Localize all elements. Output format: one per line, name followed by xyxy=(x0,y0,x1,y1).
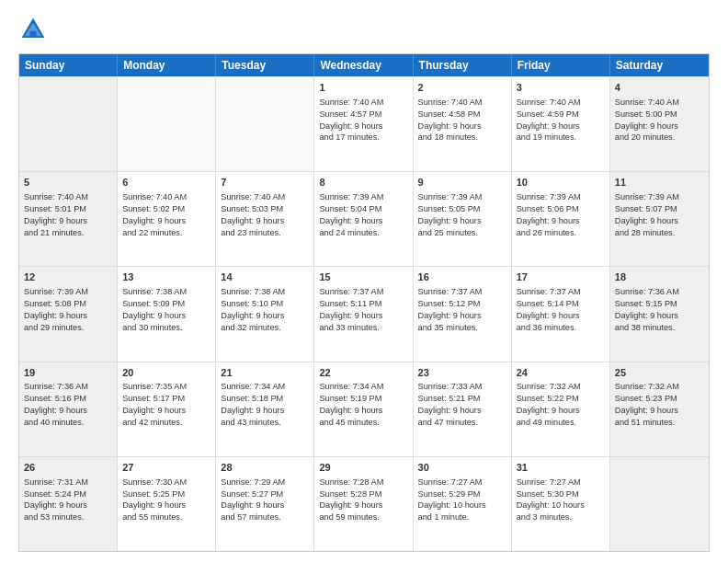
week-row-5: 26Sunrise: 7:31 AM Sunset: 5:24 PM Dayli… xyxy=(19,456,709,551)
day-info: Sunrise: 7:35 AM Sunset: 5:17 PM Dayligh… xyxy=(122,381,210,429)
logo-icon xyxy=(18,15,48,44)
page: SundayMondayTuesdayWednesdayThursdayFrid… xyxy=(0,0,728,563)
calendar-body: 1Sunrise: 7:40 AM Sunset: 4:57 PM Daylig… xyxy=(19,76,709,551)
day-info: Sunrise: 7:27 AM Sunset: 5:29 PM Dayligh… xyxy=(418,477,506,524)
calendar-day-31[interactable]: 31Sunrise: 7:27 AM Sunset: 5:30 PM Dayli… xyxy=(512,457,610,551)
day-number: 25 xyxy=(615,366,704,380)
header xyxy=(18,15,710,44)
week-row-1: 1Sunrise: 7:40 AM Sunset: 4:57 PM Daylig… xyxy=(19,76,709,171)
calendar-day-empty xyxy=(118,77,216,171)
calendar-day-16[interactable]: 16Sunrise: 7:37 AM Sunset: 5:12 PM Dayli… xyxy=(414,267,512,361)
day-number: 20 xyxy=(122,366,210,380)
day-number: 12 xyxy=(24,270,112,284)
day-info: Sunrise: 7:40 AM Sunset: 4:59 PM Dayligh… xyxy=(517,97,605,144)
day-number: 19 xyxy=(24,366,112,380)
day-number: 17 xyxy=(517,270,605,284)
weekday-header-friday: Friday xyxy=(512,54,610,76)
day-number: 7 xyxy=(221,176,309,190)
day-info: Sunrise: 7:39 AM Sunset: 5:07 PM Dayligh… xyxy=(615,191,704,239)
calendar-day-20[interactable]: 20Sunrise: 7:35 AM Sunset: 5:17 PM Dayli… xyxy=(118,362,216,456)
weekday-header-tuesday: Tuesday xyxy=(216,54,314,76)
day-info: Sunrise: 7:40 AM Sunset: 4:58 PM Dayligh… xyxy=(418,97,506,144)
weekday-header-sunday: Sunday xyxy=(19,54,118,76)
calendar-day-2[interactable]: 2Sunrise: 7:40 AM Sunset: 4:58 PM Daylig… xyxy=(414,77,512,171)
day-number: 11 xyxy=(615,176,704,190)
day-info: Sunrise: 7:40 AM Sunset: 5:01 PM Dayligh… xyxy=(24,191,112,239)
day-info: Sunrise: 7:39 AM Sunset: 5:06 PM Dayligh… xyxy=(517,191,605,239)
calendar-day-27[interactable]: 27Sunrise: 7:30 AM Sunset: 5:25 PM Dayli… xyxy=(118,457,216,551)
day-number: 29 xyxy=(319,461,407,475)
calendar-day-15[interactable]: 15Sunrise: 7:37 AM Sunset: 5:11 PM Dayli… xyxy=(314,267,413,361)
day-number: 27 xyxy=(122,461,210,475)
calendar-day-10[interactable]: 10Sunrise: 7:39 AM Sunset: 5:06 PM Dayli… xyxy=(512,172,610,266)
day-info: Sunrise: 7:30 AM Sunset: 5:25 PM Dayligh… xyxy=(122,477,210,524)
calendar-day-4[interactable]: 4Sunrise: 7:40 AM Sunset: 5:00 PM Daylig… xyxy=(610,77,709,171)
day-info: Sunrise: 7:29 AM Sunset: 5:27 PM Dayligh… xyxy=(221,477,309,524)
day-number: 24 xyxy=(517,366,605,380)
week-row-2: 5Sunrise: 7:40 AM Sunset: 5:01 PM Daylig… xyxy=(19,171,709,266)
calendar-day-6[interactable]: 6Sunrise: 7:40 AM Sunset: 5:02 PM Daylig… xyxy=(118,172,216,266)
weekday-header-wednesday: Wednesday xyxy=(314,54,413,76)
day-number: 5 xyxy=(24,176,112,190)
day-number: 14 xyxy=(221,270,309,284)
calendar-day-26[interactable]: 26Sunrise: 7:31 AM Sunset: 5:24 PM Dayli… xyxy=(19,457,118,551)
calendar-day-28[interactable]: 28Sunrise: 7:29 AM Sunset: 5:27 PM Dayli… xyxy=(216,457,314,551)
calendar-day-21[interactable]: 21Sunrise: 7:34 AM Sunset: 5:18 PM Dayli… xyxy=(216,362,314,456)
calendar-day-25[interactable]: 25Sunrise: 7:32 AM Sunset: 5:23 PM Dayli… xyxy=(610,362,709,456)
calendar-day-3[interactable]: 3Sunrise: 7:40 AM Sunset: 4:59 PM Daylig… xyxy=(512,77,610,171)
calendar-day-empty xyxy=(19,77,118,171)
day-info: Sunrise: 7:27 AM Sunset: 5:30 PM Dayligh… xyxy=(517,477,605,524)
day-info: Sunrise: 7:28 AM Sunset: 5:28 PM Dayligh… xyxy=(319,477,407,524)
day-number: 16 xyxy=(418,270,506,284)
calendar-day-7[interactable]: 7Sunrise: 7:40 AM Sunset: 5:03 PM Daylig… xyxy=(216,172,314,266)
weekday-header-thursday: Thursday xyxy=(414,54,512,76)
day-info: Sunrise: 7:34 AM Sunset: 5:19 PM Dayligh… xyxy=(319,381,407,429)
day-number: 31 xyxy=(517,461,605,475)
calendar-day-empty xyxy=(216,77,314,171)
day-number: 8 xyxy=(319,176,407,190)
calendar-day-30[interactable]: 30Sunrise: 7:27 AM Sunset: 5:29 PM Dayli… xyxy=(414,457,512,551)
calendar-day-14[interactable]: 14Sunrise: 7:38 AM Sunset: 5:10 PM Dayli… xyxy=(216,267,314,361)
day-number: 21 xyxy=(221,366,309,380)
calendar-day-19[interactable]: 19Sunrise: 7:36 AM Sunset: 5:16 PM Dayli… xyxy=(19,362,118,456)
logo xyxy=(18,15,51,44)
day-number: 23 xyxy=(418,366,506,380)
day-info: Sunrise: 7:31 AM Sunset: 5:24 PM Dayligh… xyxy=(24,477,112,524)
weekday-header-monday: Monday xyxy=(118,54,216,76)
calendar-day-9[interactable]: 9Sunrise: 7:39 AM Sunset: 5:05 PM Daylig… xyxy=(414,172,512,266)
day-number: 9 xyxy=(418,176,506,190)
day-info: Sunrise: 7:32 AM Sunset: 5:22 PM Dayligh… xyxy=(517,381,605,429)
day-info: Sunrise: 7:40 AM Sunset: 5:02 PM Dayligh… xyxy=(122,191,210,239)
calendar-day-5[interactable]: 5Sunrise: 7:40 AM Sunset: 5:01 PM Daylig… xyxy=(19,172,118,266)
calendar-day-12[interactable]: 12Sunrise: 7:39 AM Sunset: 5:08 PM Dayli… xyxy=(19,267,118,361)
day-info: Sunrise: 7:32 AM Sunset: 5:23 PM Dayligh… xyxy=(615,381,704,429)
day-info: Sunrise: 7:40 AM Sunset: 4:57 PM Dayligh… xyxy=(319,97,407,144)
week-row-3: 12Sunrise: 7:39 AM Sunset: 5:08 PM Dayli… xyxy=(19,266,709,361)
calendar-day-29[interactable]: 29Sunrise: 7:28 AM Sunset: 5:28 PM Dayli… xyxy=(314,457,413,551)
calendar-day-8[interactable]: 8Sunrise: 7:39 AM Sunset: 5:04 PM Daylig… xyxy=(314,172,413,266)
day-info: Sunrise: 7:40 AM Sunset: 5:03 PM Dayligh… xyxy=(221,191,309,239)
day-info: Sunrise: 7:33 AM Sunset: 5:21 PM Dayligh… xyxy=(418,381,506,429)
week-row-4: 19Sunrise: 7:36 AM Sunset: 5:16 PM Dayli… xyxy=(19,362,709,456)
day-info: Sunrise: 7:39 AM Sunset: 5:04 PM Dayligh… xyxy=(319,191,407,239)
calendar-day-empty xyxy=(610,457,709,551)
calendar-day-17[interactable]: 17Sunrise: 7:37 AM Sunset: 5:14 PM Dayli… xyxy=(512,267,610,361)
day-number: 2 xyxy=(418,81,506,95)
day-number: 22 xyxy=(319,366,407,380)
day-info: Sunrise: 7:37 AM Sunset: 5:14 PM Dayligh… xyxy=(517,286,605,334)
day-number: 10 xyxy=(517,176,605,190)
calendar-day-1[interactable]: 1Sunrise: 7:40 AM Sunset: 4:57 PM Daylig… xyxy=(314,77,413,171)
day-info: Sunrise: 7:39 AM Sunset: 5:08 PM Dayligh… xyxy=(24,286,112,334)
day-number: 28 xyxy=(221,461,309,475)
day-number: 1 xyxy=(319,81,407,95)
day-info: Sunrise: 7:38 AM Sunset: 5:10 PM Dayligh… xyxy=(221,286,309,334)
day-info: Sunrise: 7:36 AM Sunset: 5:16 PM Dayligh… xyxy=(24,381,112,429)
calendar-day-13[interactable]: 13Sunrise: 7:38 AM Sunset: 5:09 PM Dayli… xyxy=(118,267,216,361)
calendar-day-11[interactable]: 11Sunrise: 7:39 AM Sunset: 5:07 PM Dayli… xyxy=(610,172,709,266)
svg-rect-2 xyxy=(29,31,36,38)
calendar-day-18[interactable]: 18Sunrise: 7:36 AM Sunset: 5:15 PM Dayli… xyxy=(610,267,709,361)
calendar-day-24[interactable]: 24Sunrise: 7:32 AM Sunset: 5:22 PM Dayli… xyxy=(512,362,610,456)
calendar-day-23[interactable]: 23Sunrise: 7:33 AM Sunset: 5:21 PM Dayli… xyxy=(414,362,512,456)
calendar-day-22[interactable]: 22Sunrise: 7:34 AM Sunset: 5:19 PM Dayli… xyxy=(314,362,413,456)
day-number: 26 xyxy=(24,461,112,475)
